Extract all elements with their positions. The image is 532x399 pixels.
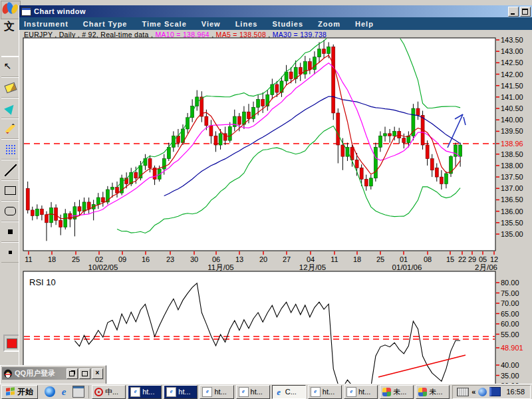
eraser-icon: [4, 82, 17, 93]
text-tool-icon[interactable]: 文: [4, 20, 17, 35]
menu-item-help[interactable]: Help: [355, 20, 374, 28]
task-button-5[interactable]: eC...: [272, 385, 306, 399]
menu-item-zoom[interactable]: Zoom: [318, 20, 340, 28]
status-segment-4: MA5 = 138.508: [216, 31, 266, 39]
chart-window-icon: [21, 7, 31, 16]
status-segment-2: MA10 = 138.964: [155, 31, 209, 39]
tool-pencil-icon[interactable]: [1, 118, 19, 139]
task-buttons: 中...eht...eht...eht...eht...eC...eht...e…: [92, 385, 450, 399]
paint-toolbox: ↖: [1, 56, 19, 263]
task-label: 未...: [393, 387, 406, 397]
status-bar: EURJPY , Daily , # 92, Real-time data , …: [19, 30, 532, 39]
spray-icon: [5, 144, 16, 155]
network-icon[interactable]: [478, 388, 487, 396]
task-button-4[interactable]: eht...: [236, 385, 270, 399]
task-label: 中...: [105, 387, 118, 397]
menu-item-chart-type[interactable]: Chart Type: [83, 20, 128, 28]
taskbar-clock: 16:58: [503, 388, 527, 396]
menu-item-studies[interactable]: Studies: [272, 20, 303, 28]
task-label: ht...: [178, 388, 190, 396]
paint-icon: [382, 388, 391, 396]
qq-login-window[interactable]: QQ用户登录 ×: [0, 365, 106, 385]
brush-icon: [4, 102, 17, 115]
line-width-option[interactable]: [1, 242, 19, 263]
task-label: ht...: [323, 388, 334, 396]
line-width-option[interactable]: [1, 221, 19, 242]
qq-window-titlebar[interactable]: QQ用户登录 ×: [2, 367, 104, 380]
system-tray: « 16:58: [452, 385, 531, 399]
start-label: 开始: [17, 386, 33, 398]
iedoc-icon: e: [346, 387, 356, 397]
status-segment-6: MA30 = 139.738: [273, 31, 327, 39]
task-button-2[interactable]: eht...: [164, 385, 198, 399]
task-button-1[interactable]: eht...: [128, 385, 162, 399]
tool-eraser-icon[interactable]: [1, 77, 19, 98]
paint-app-icon[interactable]: [1, 1, 21, 19]
maximize-button[interactable]: [520, 7, 531, 17]
target-icon: [94, 388, 103, 396]
iedoc-icon: e: [166, 387, 176, 397]
task-label: C...: [285, 388, 297, 396]
qq-maximize-button[interactable]: [79, 368, 90, 379]
rounded-rect-tool-icon: [5, 207, 16, 215]
tool-node-select-icon[interactable]: ↖: [1, 57, 19, 77]
chart-window-titlebar[interactable]: Chart window: [19, 5, 532, 17]
red-swatch: [7, 338, 17, 348]
qq-close-button[interactable]: ×: [92, 368, 103, 379]
status-segment-1: ,: [149, 31, 156, 39]
dictionary-icon[interactable]: [489, 387, 501, 396]
pencil-icon: [5, 124, 16, 134]
task-label: ht...: [251, 388, 263, 396]
iedoc-icon: e: [130, 387, 140, 397]
menu-item-lines[interactable]: Lines: [235, 20, 258, 28]
node-select-icon: ↖: [4, 61, 17, 74]
taskbar: 开始 e 中...eht...eht...eht...eht...eC...eh…: [0, 384, 532, 399]
task-label: ht...: [214, 388, 226, 396]
task-label: 未...: [429, 387, 442, 397]
status-segment-0: EURJPY , Daily , # 92, Real-time data: [24, 31, 149, 39]
status-segment-5: ,: [266, 31, 273, 39]
task-label: ht...: [358, 388, 370, 396]
tool-brush-icon[interactable]: [1, 98, 19, 118]
menu-item-time-scale[interactable]: Time Scale: [142, 20, 186, 28]
quick-launch-bar: e: [41, 386, 89, 398]
rectangle-tool-icon: [5, 186, 16, 195]
paint-icon: [418, 388, 427, 396]
messenger-icon[interactable]: [45, 386, 55, 397]
qq-restore-button[interactable]: [66, 368, 78, 379]
task-button-9[interactable]: 未...: [416, 385, 450, 399]
show-desktop-icon[interactable]: [72, 386, 84, 398]
status-segment-3: ,: [209, 31, 216, 39]
task-button-7[interactable]: eht...: [344, 385, 378, 399]
iedoc-icon: e: [239, 387, 249, 397]
tool-line-tool-icon[interactable]: [1, 160, 19, 180]
line-width-mark: [8, 229, 13, 234]
qq-penguin-icon: [3, 368, 13, 378]
menu-bar: InstrumentChart TypeTime ScaleViewLinesS…: [19, 17, 532, 30]
window-title: Chart window: [34, 7, 86, 15]
tool-spray-icon[interactable]: [1, 139, 19, 160]
task-label: ht...: [142, 388, 154, 396]
task-button-6[interactable]: eht...: [308, 385, 342, 399]
iedoc-icon: e: [311, 387, 321, 397]
line-width-mark: [9, 251, 12, 254]
iedoc-icon: e: [202, 387, 212, 397]
menu-item-view[interactable]: View: [201, 20, 221, 28]
minimize-button[interactable]: [508, 7, 519, 17]
menu-item-instrument[interactable]: Instrument: [24, 20, 68, 28]
task-button-0[interactable]: 中...: [92, 385, 126, 399]
line-tool-icon: [5, 164, 17, 176]
internet-explorer-icon[interactable]: e: [59, 386, 69, 397]
qq-window-title: QQ用户登录: [15, 368, 55, 378]
keyboard-layout-icon[interactable]: [457, 388, 469, 396]
windows-logo-icon: [6, 387, 15, 396]
task-button-8[interactable]: 未...: [380, 385, 414, 399]
chart-client-area: [19, 39, 532, 399]
start-button[interactable]: 开始: [1, 385, 38, 399]
collapse-tray-icon[interactable]: «: [471, 388, 475, 396]
chart-window: Chart window InstrumentChart TypeTime Sc…: [19, 5, 532, 399]
task-button-3[interactable]: eht...: [200, 385, 233, 399]
tool-rounded-rect-tool-icon[interactable]: [1, 201, 19, 221]
tool-rectangle-tool-icon[interactable]: [1, 180, 19, 201]
ie-icon: e: [275, 388, 283, 396]
